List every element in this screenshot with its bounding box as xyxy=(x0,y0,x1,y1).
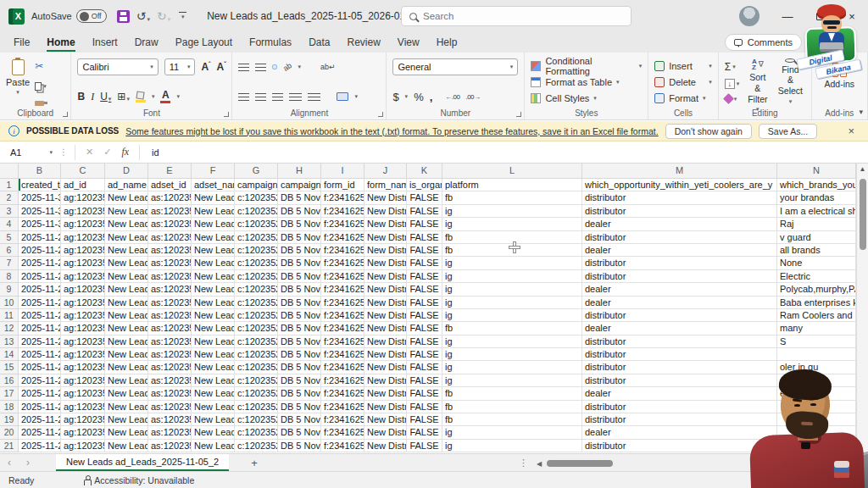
autosave-toggle[interactable]: AutoSave Off xyxy=(31,9,107,23)
cell[interactable]: c:1202352 xyxy=(235,244,278,257)
cell[interactable]: ag:120235 xyxy=(61,387,105,400)
row-number[interactable]: 20 xyxy=(0,426,19,439)
cell[interactable]: DB 5 Nov I xyxy=(278,244,321,257)
comments-button[interactable]: Comments xyxy=(725,34,802,51)
cell[interactable]: campaign_ xyxy=(278,179,321,191)
tab-review[interactable]: Review xyxy=(338,34,388,51)
cell[interactable]: f:2341625 xyxy=(321,336,364,348)
cell[interactable]: distributor xyxy=(582,309,777,322)
cell[interactable]: c:1202352 xyxy=(235,374,278,387)
column-header[interactable]: M xyxy=(582,164,777,179)
cell[interactable]: FALSE xyxy=(407,440,442,452)
tab-home[interactable]: Home xyxy=(38,34,83,51)
cell[interactable]: as:120235 xyxy=(148,426,192,439)
cell[interactable]: ig xyxy=(442,283,582,296)
cell[interactable]: DB 5 Nov I xyxy=(278,348,321,361)
cell[interactable]: DB 5 Nov I xyxy=(278,257,321,269)
cell[interactable]: f:2341625 xyxy=(321,440,364,452)
cell[interactable]: New Lead: xyxy=(105,426,148,439)
cell[interactable]: New Lead: xyxy=(192,270,235,283)
user-avatar[interactable] xyxy=(739,6,760,26)
cell[interactable]: New Lead: xyxy=(192,413,235,426)
cell[interactable]: as:120235 xyxy=(148,374,192,387)
underline-button[interactable]: U▾ xyxy=(100,91,111,103)
cell[interactable]: New Lead: xyxy=(192,244,235,257)
cell[interactable]: New Distri xyxy=(364,205,407,218)
save-as-button[interactable]: Save As... xyxy=(759,124,817,139)
cell[interactable]: c:1202352 xyxy=(235,387,278,400)
cell[interactable]: campaign_ xyxy=(235,179,278,191)
cell[interactable]: FALSE xyxy=(407,336,442,348)
align-bottom-button[interactable] xyxy=(272,64,277,69)
cancel-entry-icon[interactable]: ✕ xyxy=(81,147,98,158)
cell[interactable]: DB 5 Nov I xyxy=(278,218,321,230)
cell[interactable]: FALSE xyxy=(407,426,442,439)
cell[interactable]: 2025-11-2 xyxy=(19,270,61,283)
cut-button[interactable]: ✂ xyxy=(35,60,47,72)
cell[interactable]: DB 5 Nov I xyxy=(278,413,321,426)
cell[interactable]: FALSE xyxy=(407,374,442,387)
cell[interactable]: ig xyxy=(442,426,582,439)
font-size-select[interactable]: 11▾ xyxy=(164,58,196,75)
cell[interactable]: f:2341625 xyxy=(321,283,364,296)
cell[interactable]: ag:120235 xyxy=(61,244,105,257)
column-header[interactable]: J xyxy=(364,164,407,179)
cell[interactable]: f:2341625 xyxy=(321,426,364,439)
warning-close-icon[interactable]: × xyxy=(843,125,860,137)
cell[interactable]: distributor xyxy=(582,205,777,218)
cell[interactable]: DB 5 Nov I xyxy=(278,231,321,244)
column-header[interactable]: E xyxy=(148,164,192,179)
cell[interactable]: ag:120235 xyxy=(61,218,105,230)
align-middle-button[interactable] xyxy=(255,64,266,71)
cell[interactable]: ag:120235 xyxy=(61,336,105,348)
cell[interactable]: ad_name xyxy=(105,179,148,191)
document-title[interactable]: New Leads ad_Leads_2025-11-05_2026-01-..… xyxy=(207,10,425,22)
cell[interactable]: ig xyxy=(442,374,582,387)
cell[interactable]: FALSE xyxy=(407,401,442,413)
cell[interactable]: ag:120235 xyxy=(61,413,105,426)
cell[interactable]: FALSE xyxy=(407,205,442,218)
cell[interactable]: Baba enterprises k xyxy=(777,297,856,309)
tab-file[interactable]: File xyxy=(5,34,38,51)
cell[interactable]: FALSE xyxy=(407,348,442,361)
active-sheet-tab[interactable]: New Leads ad_Leads_2025-11-05_2 xyxy=(56,454,229,471)
cell[interactable]: ig xyxy=(442,348,582,361)
decrease-indent-button[interactable] xyxy=(289,93,302,101)
prev-sheet-button[interactable]: ‹ xyxy=(0,457,19,469)
cell[interactable]: DB 5 Nov I xyxy=(278,270,321,283)
next-sheet-button[interactable]: › xyxy=(19,457,37,469)
cell[interactable]: New Lead: xyxy=(192,387,235,400)
undo-button[interactable]: ↺▾ xyxy=(136,9,150,23)
cell[interactable]: as:120235 xyxy=(148,191,192,204)
cell[interactable]: as:120235 xyxy=(148,361,192,374)
row-number[interactable]: 10 xyxy=(0,297,19,309)
cell[interactable]: None xyxy=(777,257,856,269)
cell[interactable]: c:1202352 xyxy=(235,283,278,296)
align-right-button[interactable] xyxy=(272,93,283,101)
cell[interactable]: ig xyxy=(442,297,582,309)
cell[interactable]: as:120235 xyxy=(148,205,192,218)
cell[interactable]: DB 5 Nov I xyxy=(278,440,321,452)
cell[interactable]: ag:120235 xyxy=(61,374,105,387)
increase-indent-button[interactable] xyxy=(308,93,320,101)
cell[interactable]: as:120235 xyxy=(148,413,192,426)
cell[interactable]: ig xyxy=(442,257,582,269)
tab-scroll-splitter[interactable]: ⋮ xyxy=(519,458,528,469)
customize-toolbar-icon[interactable]: ▾ xyxy=(177,12,188,20)
name-box[interactable]: A1▾ xyxy=(5,144,58,161)
cell[interactable]: New Lead: xyxy=(192,231,235,244)
cell[interactable]: as:120235 xyxy=(148,244,192,257)
cell[interactable]: as:120235 xyxy=(148,218,192,230)
scroll-left-icon[interactable]: ◀ xyxy=(537,460,542,468)
cell[interactable]: as:120235 xyxy=(148,297,192,309)
cell[interactable]: New Lead: xyxy=(105,244,148,257)
cell[interactable]: distributor xyxy=(582,191,777,204)
cell[interactable]: New Lead: xyxy=(105,413,148,426)
cell[interactable]: ag:120235 xyxy=(61,205,105,218)
cell[interactable]: 2025-11-2 xyxy=(19,297,61,309)
cell[interactable]: DB 5 Nov I xyxy=(278,191,321,204)
cell[interactable]: New Distri xyxy=(364,361,407,374)
column-header[interactable]: H xyxy=(278,164,321,179)
cell[interactable]: which_opportunity_within_yeti_coolers_ar… xyxy=(582,179,777,191)
warning-message-link[interactable]: Some features might be lost if you save … xyxy=(125,126,658,136)
